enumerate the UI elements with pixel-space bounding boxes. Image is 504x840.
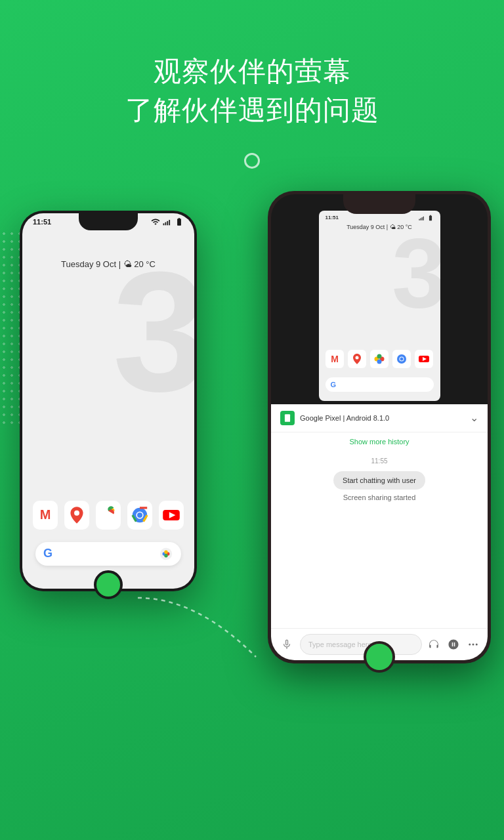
svg-rect-29 (285, 414, 290, 422)
photos-svg (98, 505, 119, 526)
more-options-svg (467, 639, 479, 650)
photos-app-icon[interactable] (96, 501, 121, 530)
more-options-icon[interactable] (465, 637, 481, 652)
phone-right-home-button[interactable] (364, 641, 395, 673)
chat-header-left: Google Pixel | Android 8.1.0 (280, 411, 389, 425)
phone-left-search-bar[interactable]: G (35, 542, 181, 566)
device-label: Google Pixel | Android 8.1.0 (300, 414, 389, 422)
mirrored-phone-screen: 11:51 Tuesday 9 Oct | 🌤 20 °C 3 M (319, 211, 440, 401)
svg-point-23 (377, 359, 382, 364)
svg-point-4 (74, 510, 79, 515)
youtube-svg (161, 505, 182, 526)
phone-right-notch (343, 194, 415, 214)
chevron-down-icon[interactable]: ⌄ (470, 411, 478, 424)
svg-point-31 (472, 643, 474, 645)
google-assistant-icon (159, 547, 173, 561)
page-title: 观察伙伴的萤幕 了解伙伴遇到的问题 (0, 52, 504, 130)
svg-point-13 (164, 550, 168, 554)
circle-indicator (0, 153, 504, 171)
phone-left-statusbar: 11:51 (33, 217, 184, 226)
phone-right: 11:51 Tuesday 9 Oct | 🌤 20 °C 3 M (268, 191, 491, 663)
maps-app-icon[interactable] (64, 501, 89, 530)
message-timestamp: 11:55 (280, 457, 478, 465)
mirrored-photos-icon (370, 350, 388, 368)
mirrored-chrome-icon (392, 350, 411, 368)
bottom-area (0, 703, 504, 808)
phone-left-time: 11:51 (33, 218, 51, 226)
chat-device-icon (280, 411, 295, 425)
show-history-link[interactable]: Show more history (271, 432, 488, 451)
mirrored-youtube-icon (415, 350, 433, 368)
mirrored-search-bar: G (326, 377, 434, 392)
chat-header[interactable]: Google Pixel | Android 8.1.0 ⌄ (271, 404, 488, 432)
mirrored-maps-icon (348, 350, 366, 368)
chrome-app-icon[interactable] (127, 501, 152, 530)
svg-point-14 (164, 554, 168, 558)
annotation-icon[interactable] (446, 637, 461, 652)
screen-mirror-area: 11:51 Tuesday 9 Oct | 🌤 20 °C 3 M (271, 194, 488, 404)
annotation-svg (448, 639, 459, 650)
message-input[interactable]: Type message here (300, 634, 422, 655)
message-input-placeholder: Type message here (308, 640, 372, 648)
dot-indicator (244, 153, 260, 169)
phone-left-big-number: 3 (112, 246, 194, 417)
svg-rect-2 (167, 220, 168, 224)
phones-container: 11:51 3 Tuesday 9 Oct | 🌤 20 °C M (0, 191, 504, 703)
mirrored-google-g: G (331, 381, 337, 388)
phone-left-date: Tuesday 9 Oct | 🌤 20 °C (22, 259, 194, 269)
mirrored-apps-row: M (324, 350, 435, 368)
svg-point-32 (476, 643, 478, 645)
svg-point-22 (377, 354, 382, 358)
device-icon (283, 413, 292, 423)
google-g-icon: G (43, 547, 52, 560)
svg-rect-3 (169, 220, 170, 225)
phone-left-home-button[interactable] (94, 570, 123, 599)
maps-svg (66, 505, 87, 526)
chrome-svg (129, 505, 150, 526)
signal-icon (163, 217, 172, 226)
phone-left-apps: M (33, 501, 184, 530)
phone-left: 11:51 3 Tuesday 9 Oct | 🌤 20 °C M (20, 211, 197, 591)
headphone-icon[interactable] (426, 637, 442, 652)
wifi-icon (151, 217, 160, 226)
svg-point-19 (356, 356, 359, 359)
system-message-screen-sharing: Screen sharing started (280, 494, 478, 501)
svg-rect-1 (165, 222, 167, 225)
chat-action-icons (426, 637, 481, 652)
phone-left-screen: 11:51 3 Tuesday 9 Oct | 🌤 20 °C M (22, 213, 194, 589)
mirrored-time: 11:51 (326, 215, 339, 221)
youtube-app-icon[interactable] (159, 501, 184, 530)
chat-bubble-start: Start chatting with user (333, 471, 425, 490)
svg-rect-0 (163, 223, 165, 225)
headphones-svg (428, 639, 440, 650)
mirrored-big-number: 3 (392, 224, 440, 322)
battery-icon (175, 217, 184, 226)
title-area: 观察伙伴的萤幕 了解伙伴遇到的问题 (0, 0, 504, 143)
svg-point-26 (400, 357, 404, 360)
microphone-icon (281, 639, 293, 650)
phone-right-inner: 11:51 Tuesday 9 Oct | 🌤 20 °C 3 M (271, 194, 488, 660)
mirrored-gmail-icon: M (326, 350, 344, 368)
gmail-app-icon[interactable]: M (33, 501, 58, 530)
mic-icon[interactable] (278, 635, 296, 654)
connecting-curve (131, 591, 262, 670)
status-icons (151, 217, 184, 226)
chat-panel: Google Pixel | Android 8.1.0 ⌄ Show more… (271, 404, 488, 660)
svg-point-30 (469, 643, 471, 645)
chat-messages: 11:55 Start chatting with user Screen sh… (271, 451, 488, 628)
svg-point-7 (137, 513, 142, 518)
